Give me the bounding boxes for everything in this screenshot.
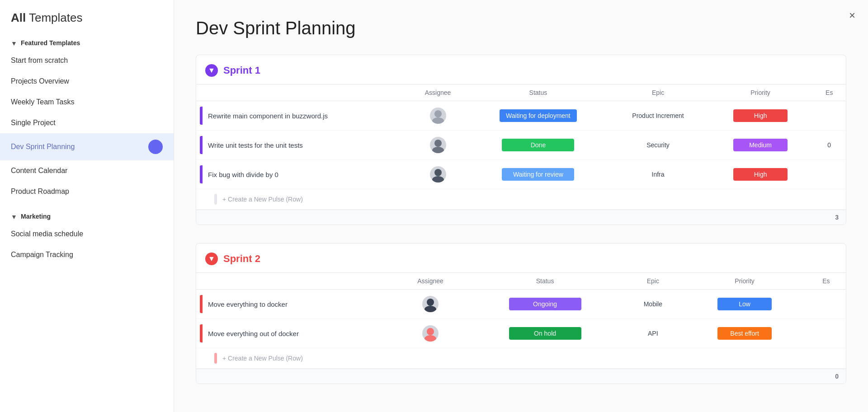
table-row[interactable]: Write unit tests for the unit tests Done… <box>196 131 846 160</box>
assignee-cell <box>407 101 468 131</box>
assignee-cell <box>407 160 468 189</box>
col-header-assignee-1: Assignee <box>407 84 468 101</box>
sidebar-item-content-calendar[interactable]: Content Calendar <box>0 160 174 181</box>
epic-text: Mobile <box>644 300 662 308</box>
create-row[interactable]: + Create a New Pulse (Row) <box>196 348 846 369</box>
table-row[interactable]: Move everything out of docker On hold AP… <box>196 319 846 348</box>
avatar <box>430 108 446 124</box>
svg-point-9 <box>425 335 436 342</box>
col-header-es-1: Es <box>813 84 846 101</box>
svg-point-1 <box>432 117 444 124</box>
sprint-1-header: ▼ Sprint 1 <box>196 55 846 84</box>
sprint-1-icon: ▼ <box>205 64 218 77</box>
create-bar <box>214 353 217 364</box>
col-header-status-1: Status <box>469 84 608 101</box>
task-bar <box>200 107 203 125</box>
sidebar-item-projects-overview[interactable]: Projects Overview <box>0 71 174 92</box>
create-cell: + Create a New Pulse (Row) <box>196 348 846 369</box>
sidebar-item-product-roadmap[interactable]: Product Roadmap <box>0 181 174 202</box>
avatar <box>430 166 446 183</box>
create-pulse-btn[interactable]: + Create a New Pulse (Row) <box>222 196 303 203</box>
task-name: Rewrite main component in buzzword.js <box>208 112 328 120</box>
es-cell <box>807 290 846 319</box>
col-header-task-2 <box>196 273 394 290</box>
status-cell: Waiting for deployment <box>469 101 608 131</box>
page-title: Dev Sprint Planning <box>196 18 846 38</box>
avatar <box>430 137 446 153</box>
status-badge: Waiting for deployment <box>500 109 577 122</box>
svg-point-8 <box>427 328 434 335</box>
task-name: Fix bug with divide by 0 <box>208 171 278 178</box>
sidebar-item-start-scratch[interactable]: Start from scratch <box>0 50 174 71</box>
epic-cell: API <box>623 319 683 348</box>
section-marketing-label: Marketing <box>21 213 51 220</box>
task-cell: Rewrite main component in buzzword.js <box>196 101 407 131</box>
priority-cell: Low <box>683 290 807 319</box>
create-row[interactable]: + Create a New Pulse (Row) <box>196 189 846 210</box>
task-bar <box>200 165 203 183</box>
sprint-2-header: ▼ Sprint 2 <box>196 243 846 272</box>
epic-text: Security <box>646 141 670 149</box>
sprint-2-icon: ▼ <box>205 253 218 265</box>
chevron-down-icon: ▼ <box>11 40 17 46</box>
col-header-priority-2: Priority <box>683 273 807 290</box>
epic-cell: Product Increment <box>608 101 708 131</box>
es-cell <box>813 160 846 189</box>
priority-badge: High <box>733 109 788 122</box>
epic-text: API <box>648 330 658 337</box>
priority-cell: Best effort <box>683 319 807 348</box>
task-bar <box>200 324 203 342</box>
sprint-2-number: 0 <box>835 373 839 380</box>
sidebar-title-bold: All <box>11 11 26 24</box>
priority-badge: Medium <box>733 139 788 151</box>
priority-cell: Medium <box>708 131 813 160</box>
sidebar-item-campaign-tracking[interactable]: Campaign Tracking <box>0 244 174 265</box>
col-header-epic-1: Epic <box>608 84 708 101</box>
table-row[interactable]: Move everything to docker Ongoing Mobile <box>196 290 846 319</box>
es-cell <box>807 319 846 348</box>
priority-cell: High <box>708 101 813 131</box>
sprint-2-name: Sprint 2 <box>223 253 260 265</box>
svg-point-7 <box>425 306 436 312</box>
sidebar: All Templates ▼ Featured Templates Start… <box>0 0 174 412</box>
task-name: Write unit tests for the unit tests <box>208 141 303 149</box>
sprint-2-table: Assignee Status Epic Priority Es Move ev… <box>196 272 846 369</box>
main-content: × Dev Sprint Planning ▼ Sprint 1 Assigne… <box>174 0 868 412</box>
task-cell: Fix bug with divide by 0 <box>196 160 407 189</box>
task-cell: Move everything to docker <box>196 290 394 319</box>
task-cell: Move everything out of docker <box>196 319 394 348</box>
task-bar <box>200 136 203 154</box>
sprint-1-section: ▼ Sprint 1 Assignee Status Epic Priority… <box>196 55 846 225</box>
status-cell: On hold <box>467 319 623 348</box>
epic-text: Product Increment <box>632 112 684 119</box>
es-cell: 0 <box>813 131 846 160</box>
svg-point-4 <box>434 169 442 176</box>
svg-point-3 <box>432 147 444 153</box>
assignee-cell <box>394 319 467 348</box>
priority-badge: Low <box>717 298 772 310</box>
es-cell <box>813 101 846 131</box>
sidebar-item-single-project[interactable]: Single Project <box>0 112 174 133</box>
svg-point-0 <box>434 110 442 117</box>
section-featured-templates[interactable]: ▼ Featured Templates <box>0 36 174 50</box>
sidebar-item-weekly-team-tasks[interactable]: Weekly Team Tasks <box>0 92 174 112</box>
sidebar-item-social-media[interactable]: Social media schedule <box>0 224 174 244</box>
epic-cell: Security <box>608 131 708 160</box>
task-name: Move everything to docker <box>208 300 288 308</box>
priority-cell: High <box>708 160 813 189</box>
svg-point-2 <box>434 140 442 147</box>
status-cell: Waiting for review <box>469 160 608 189</box>
table-row[interactable]: Fix bug with divide by 0 Waiting for rev… <box>196 160 846 189</box>
status-badge: Ongoing <box>509 298 581 310</box>
status-badge: On hold <box>509 327 581 340</box>
sidebar-item-dev-sprint-planning[interactable]: Dev Sprint Planning <box>0 133 174 160</box>
create-pulse-btn[interactable]: + Create a New Pulse (Row) <box>222 355 303 362</box>
svg-point-5 <box>432 176 444 183</box>
close-button[interactable]: × <box>849 9 855 22</box>
status-cell: Ongoing <box>467 290 623 319</box>
epic-text: Infra <box>652 171 665 178</box>
status-badge: Done <box>502 139 574 151</box>
section-featured-label: Featured Templates <box>21 39 80 47</box>
section-marketing[interactable]: ▼ Marketing <box>0 209 174 224</box>
table-row[interactable]: Rewrite main component in buzzword.js Wa… <box>196 101 846 131</box>
